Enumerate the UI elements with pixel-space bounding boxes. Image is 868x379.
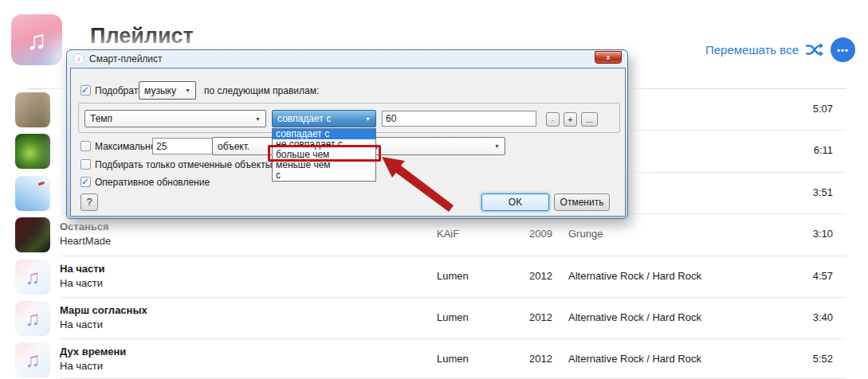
song-row[interactable]: ♫ На части На части Lumen 2012 Alternati… [0, 256, 868, 298]
match-checkbox[interactable]: ✓ [81, 85, 91, 96]
dialog-title: Смарт-плейлист [89, 53, 163, 64]
shuffle-icon[interactable] [806, 43, 823, 57]
match-checkbox-label[interactable]: Подобрать [95, 85, 143, 96]
limit-checkbox[interactable] [81, 141, 91, 151]
rule-field-dropdown[interactable]: Темп ▼ [84, 110, 266, 127]
song-album: HeartMade [60, 235, 111, 247]
song-title: Марш согласных [60, 304, 147, 316]
song-year: 2012 [506, 270, 552, 282]
check-icon: ✓ [81, 84, 89, 96]
album-art [15, 217, 50, 252]
song-artist: KAiF [437, 228, 459, 240]
song-genre: Alternative Rock / Hard Rock [568, 270, 701, 282]
album-art: ♫ [15, 301, 50, 336]
rule-operator-dropdown[interactable]: совпадает с ▼ [272, 110, 376, 127]
dialog-body: ✓ Подобрать музыку ▼ по следующим правил… [70, 68, 626, 217]
operator-option[interactable]: совпадает с [273, 129, 375, 139]
album-art: ♫ [15, 342, 50, 377]
song-album: На части [60, 360, 103, 372]
album-art [15, 134, 50, 169]
live-update-checkbox[interactable]: ✓ [81, 177, 91, 187]
remove-rule-button[interactable]: - [546, 112, 560, 127]
song-title: Дух времени [60, 346, 126, 358]
playlist-artwork: ♫ [11, 14, 62, 65]
shuffle-all-button[interactable]: Перемешать все [705, 43, 799, 57]
song-row[interactable]: ♫ Дух времени На части Lumen 2012 Altern… [0, 339, 868, 379]
song-duration: 3:10 [813, 228, 833, 240]
song-genre: Grunge [568, 228, 603, 240]
ok-button[interactable]: OK [481, 193, 549, 211]
song-duration: 4:57 [813, 270, 833, 282]
song-artist: Lumen [437, 353, 469, 365]
music-note-icon: ♫ [25, 308, 41, 329]
add-rule-button[interactable]: + [564, 112, 577, 127]
check-icon: ✓ [81, 176, 89, 187]
itunes-icon: ♪ [73, 53, 84, 64]
rule-operator-value: совпадает с [277, 113, 331, 124]
song-row[interactable]: Останься HeartMade KAiF 2009 Grunge 3:10 [0, 214, 868, 256]
live-update-label[interactable]: Оперативное обновление [95, 177, 210, 188]
song-row[interactable]: ♫ Марш согласных На части Lumen 2012 Alt… [0, 298, 868, 339]
music-note-icon: ♫ [25, 267, 41, 287]
song-duration: 5:07 [813, 103, 833, 115]
rules-label: по следующим правилам: [204, 85, 319, 96]
album-art: ♫ [15, 260, 50, 295]
nested-rule-button[interactable]: ... [581, 112, 598, 127]
song-album: На части [60, 277, 103, 289]
song-album: На части [60, 318, 103, 330]
operator-option[interactable]: с [273, 170, 375, 181]
chevron-down-icon: ▼ [185, 88, 190, 93]
song-duration: 3:51 [813, 186, 833, 198]
song-title: На части [60, 263, 105, 275]
album-art [15, 92, 50, 127]
more-options-button[interactable]: ••• [831, 37, 855, 62]
help-button[interactable]: ? [81, 193, 98, 211]
media-type-dropdown[interactable]: музыку ▼ [139, 81, 196, 100]
song-duration: 5:52 [813, 353, 833, 365]
chevron-down-icon: ▼ [365, 116, 371, 122]
highlight-red-box [268, 145, 381, 162]
smart-playlist-dialog: ♪ Смарт-плейлист x ✓ Подобрать музыку ▼ … [66, 49, 628, 219]
song-year: 2012 [506, 353, 552, 365]
rule-value-input[interactable] [382, 111, 536, 127]
close-icon: x [606, 53, 610, 61]
page-title: Плейлист [90, 24, 194, 49]
limit-value-input[interactable] [152, 138, 214, 154]
cancel-button[interactable]: Отменить [554, 193, 610, 211]
checked-only-label[interactable]: Подбирать только отмеченные объекты [95, 159, 272, 170]
song-genre: Alternative Rock / Hard Rock [568, 353, 701, 365]
chevron-down-icon: ▼ [255, 116, 261, 122]
music-note-icon: ♫ [25, 350, 41, 370]
song-genre: Alternative Rock / Hard Rock [568, 311, 701, 323]
song-duration: 3:40 [813, 311, 833, 323]
media-type-value: музыку [144, 85, 176, 96]
ellipsis-icon: ••• [837, 45, 849, 55]
song-year: 2009 [506, 228, 552, 240]
close-button[interactable]: x [595, 51, 622, 64]
rule-field-value: Темп [90, 113, 112, 124]
checked-only-checkbox[interactable] [81, 159, 91, 170]
song-year: 2012 [506, 311, 552, 323]
dialog-titlebar[interactable]: ♪ Смарт-плейлист [67, 50, 627, 68]
song-artist: Lumen [437, 270, 469, 282]
header-actions: Перемешать все ••• [705, 37, 855, 62]
limit-checkbox-label[interactable]: Максимально [95, 141, 155, 152]
album-art [15, 176, 50, 211]
limit-unit-value: объект. [218, 141, 249, 152]
chevron-down-icon: ▼ [494, 143, 500, 149]
song-title: Останься [60, 221, 109, 232]
music-note-icon: ♫ [26, 26, 47, 53]
song-artist: Lumen [437, 311, 469, 323]
song-duration: 6:11 [814, 144, 833, 156]
